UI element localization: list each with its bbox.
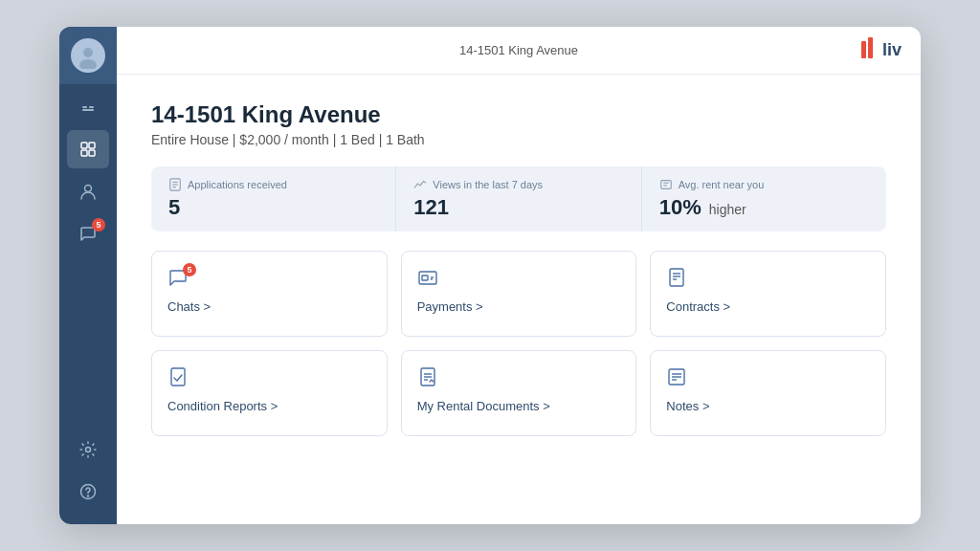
stats-row: Applications received 5 Views in the las… [151,166,886,231]
card-notes[interactable]: Notes > [650,350,886,436]
svg-point-12 [88,496,89,496]
topbar: 14-1501 King Avenue liv [117,27,921,75]
logo-icon [861,37,879,63]
svg-rect-26 [670,269,683,286]
svg-point-0 [83,48,93,57]
card-rental-documents[interactable]: My Rental Documents > [401,350,637,436]
svg-rect-7 [81,150,87,156]
sidebar: 5 [59,27,117,524]
payments-icon [417,267,621,292]
rental-documents-icon [417,366,621,391]
stat-avg-rent-header: Avg. rent near you [659,178,869,191]
stat-avg-rent-label: Avg. rent near you [679,179,765,190]
stat-applications-header: Applications received [168,178,378,191]
svg-rect-30 [171,368,185,386]
svg-rect-19 [660,181,671,189]
payments-label: Payments > [417,299,621,314]
property-title: 14-1501 King Avenue [151,101,886,128]
condition-reports-label: Condition Reports > [167,399,371,413]
stat-views-value: 121 [413,195,623,220]
stat-views-label: Views in the last 7 days [433,179,543,190]
avatar[interactable] [59,27,117,84]
cards-grid: 5 Chats > Payments > [151,251,886,436]
card-chats[interactable]: 5 Chats > [151,251,388,337]
stat-avg-rent-value: 10% higher [659,195,869,220]
chats-icon [167,267,371,292]
notes-icon [666,366,870,391]
chats-label: Chats > [167,299,371,314]
topbar-logo: liv [861,37,902,63]
sidebar-item-profile[interactable] [67,172,109,210]
contracts-label: Contracts > [666,299,870,314]
svg-point-10 [86,448,91,452]
sidebar-nav: 5 [67,84,109,430]
notes-label: Notes > [666,399,870,413]
stat-views-header: Views in the last 7 days [413,178,623,191]
stat-applications: Applications received 5 [151,166,395,231]
condition-reports-icon [167,366,371,391]
svg-rect-4 [82,109,94,111]
card-payments[interactable]: Payments > [401,251,637,337]
svg-rect-13 [861,41,866,58]
svg-rect-6 [89,143,95,148]
topbar-title: 14-1501 King Avenue [459,43,578,57]
chats-badge: 5 [183,263,196,276]
sidebar-item-help[interactable] [67,473,109,511]
property-subtitle: Entire House | $2,000 / month | 1 Bed | … [151,132,886,147]
svg-rect-23 [422,276,428,280]
stat-views: Views in the last 7 days 121 [395,166,640,231]
svg-rect-8 [89,150,95,156]
stat-applications-value: 5 [168,195,378,220]
stat-applications-label: Applications received [188,179,287,190]
content-area: 14-1501 King Avenue Entire House | $2,00… [117,75,921,524]
sidebar-bottom [67,430,109,524]
main-content: 14-1501 King Avenue liv 14-1501 King Ave… [117,27,921,524]
card-contracts[interactable]: Contracts > [650,251,886,337]
sidebar-collapse-button[interactable] [67,94,109,126]
svg-point-9 [85,186,92,192]
stat-avg-rent: Avg. rent near you 10% higher [641,166,886,231]
sidebar-item-listings[interactable] [67,130,109,168]
card-condition-reports[interactable]: Condition Reports > [151,350,388,436]
sidebar-item-settings[interactable] [67,430,109,469]
svg-rect-2 [82,106,87,108]
svg-point-1 [79,59,97,69]
svg-rect-5 [81,143,87,148]
sidebar-item-messages[interactable]: 5 [67,214,109,253]
contracts-icon [666,267,870,292]
rental-documents-label: My Rental Documents > [417,399,621,413]
messages-badge: 5 [92,218,105,231]
svg-rect-14 [868,37,873,58]
svg-rect-3 [89,106,94,108]
logo-text: liv [882,40,902,60]
app-window: 5 14-1501 King Avenue [59,27,921,524]
